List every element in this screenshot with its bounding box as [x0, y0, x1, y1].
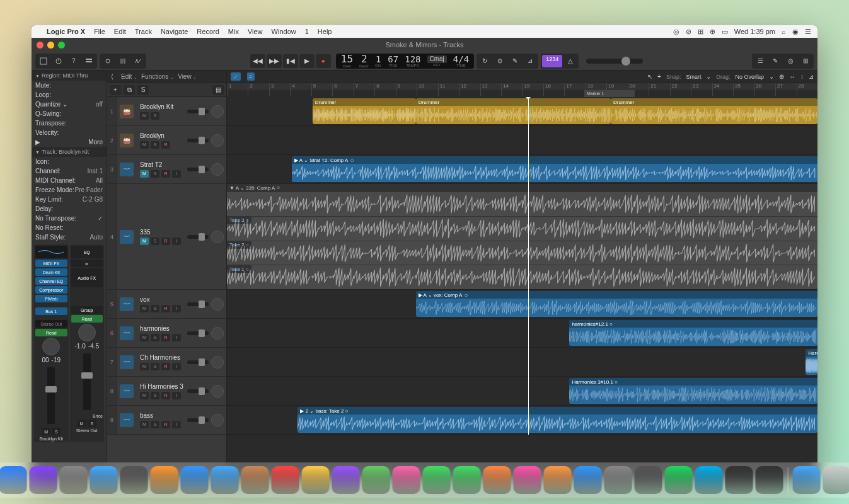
battery-icon[interactable]: ▭ [722, 28, 728, 36]
lcd-tick[interactable]: 67 [388, 55, 398, 64]
duplicate-track-button[interactable]: ⧉ [124, 85, 135, 95]
region[interactable]: harmonies#12.1 ○ [569, 320, 817, 346]
take-header[interactable]: Take 2 ○ [227, 241, 251, 249]
inspector-row[interactable]: Quantize ⌄off [32, 100, 107, 109]
track-pan-knob[interactable] [211, 414, 224, 427]
track-m-button[interactable]: M [140, 305, 149, 312]
track-header[interactable]: 1 🥁 Brooklyn Kit MS [107, 97, 226, 126]
fx-slot[interactable]: Channel EQ [35, 277, 67, 285]
inspector-row[interactable]: Loop: [32, 90, 107, 100]
track-pan-knob[interactable] [211, 356, 224, 369]
track-pan-knob[interactable] [211, 134, 224, 147]
lcd-tempo[interactable]: 128 [405, 55, 420, 64]
dock-app-ibooks[interactable] [543, 466, 571, 494]
track-header[interactable]: 2 🥁 Brooklyn MSR [107, 126, 226, 155]
track-icon[interactable]: 🥁 [120, 105, 134, 118]
menu-window[interactable]: Window [272, 28, 296, 35]
track-m-button[interactable]: M [140, 334, 149, 341]
dock-app-photos[interactable] [392, 466, 420, 494]
dock-app-messages[interactable] [422, 466, 450, 494]
volume-fader[interactable] [83, 353, 91, 410]
fx-slot[interactable]: Compressor [35, 286, 67, 294]
dock-app-reminders[interactable] [332, 466, 359, 494]
menu-file[interactable]: File [94, 28, 105, 35]
inspector-row[interactable]: Delay: [32, 204, 107, 214]
play-button[interactable]: ▶ [299, 54, 315, 68]
metronome-button[interactable]: △ [563, 55, 577, 67]
fx-slot[interactable]: PlVerb [35, 295, 67, 302]
track-pan-knob[interactable] [211, 298, 224, 311]
dock-app-safari[interactable] [180, 466, 208, 494]
quickhelp-button[interactable]: ? [67, 55, 81, 67]
track-icon[interactable]: 〰 [120, 384, 134, 398]
arrange-lane[interactable]: ▶ 2 ⌄ bass: Take 2 ○ [227, 406, 817, 435]
region[interactable]: ▶ 2 ⌄ bass: Take 2 ○ [297, 407, 817, 433]
app-menu[interactable]: Logic Pro X [47, 28, 85, 35]
status-icon[interactable]: ◎ [673, 28, 679, 36]
track-volume-slider[interactable] [187, 168, 209, 171]
add-track-button[interactable]: + [110, 85, 121, 95]
menu-view[interactable]: View [248, 28, 263, 35]
dock-app-mail[interactable] [211, 466, 238, 494]
track-s-button[interactable]: S [151, 112, 159, 120]
arrange-lane[interactable]: Harm [227, 348, 817, 377]
track-inspector-header[interactable]: Track: Brooklyn Kit [32, 147, 107, 157]
track-s-button[interactable]: S [151, 305, 159, 312]
rewind-button[interactable]: ◀◀ [250, 54, 265, 68]
track-pan-knob[interactable] [211, 327, 224, 340]
stop-button[interactable]: ▮◀ [283, 54, 298, 68]
track-s-button[interactable]: S [151, 141, 159, 149]
tracks-view-menu[interactable]: View ⌄ [178, 73, 197, 80]
track-icon[interactable]: 〰 [120, 230, 134, 244]
track-volume-slider[interactable] [187, 235, 209, 239]
track-r-button[interactable]: R [161, 305, 170, 312]
track-volume-slider[interactable] [187, 302, 209, 306]
automation-icon[interactable]: ⟋ [231, 72, 241, 81]
automation-mode[interactable]: Read [71, 315, 103, 323]
send-slot[interactable]: Bus 1 [35, 307, 67, 315]
track-pan-knob[interactable] [211, 163, 224, 176]
track-s-button[interactable]: S [151, 363, 159, 370]
solo-button[interactable]: S [88, 420, 96, 427]
region[interactable]: Harmonies 3#10.1 ○ [569, 378, 817, 404]
dock-app-maps[interactable] [362, 466, 390, 494]
take-folder[interactable]: ▼ A ⌄ 335: Comp A ○ Take 3 ○Take 2 ○Take… [227, 184, 817, 289]
track-s-button[interactable]: S [151, 392, 159, 399]
bounce-button[interactable]: Bnce [93, 414, 103, 418]
tracks-edit-menu[interactable]: Edit ⌄ [121, 73, 137, 80]
dock-app-calendar[interactable] [271, 466, 299, 494]
lcd-div[interactable]: 1 [376, 55, 381, 64]
arrange-lane[interactable]: ▶ A ⌄ Strat T2: Comp A ○ [227, 155, 817, 184]
menu-track[interactable]: Track [135, 28, 152, 35]
track-icon[interactable]: 〰 [120, 297, 134, 311]
track-volume-slider[interactable] [187, 331, 209, 335]
vzoom-icon[interactable]: ↕ [800, 73, 804, 80]
dock-app-mix1[interactable] [725, 466, 753, 494]
track-header[interactable]: 5 〰 vox MSRI [107, 290, 226, 319]
instrument-slot[interactable]: Drum Kit [35, 268, 67, 276]
playhead[interactable] [528, 97, 529, 435]
track-r-button[interactable]: R [161, 392, 170, 399]
pointer-tool[interactable]: ↖ [647, 73, 652, 80]
track-volume-slider[interactable] [187, 389, 209, 393]
status-icon[interactable]: ⊘ [686, 28, 691, 36]
automation-mode[interactable]: Read [35, 329, 67, 336]
editors-button[interactable] [131, 55, 145, 67]
dock-app-itunes[interactable] [513, 466, 541, 494]
mute-button[interactable]: M [42, 428, 50, 435]
track-i-button[interactable]: I [172, 170, 181, 178]
track-volume-slider[interactable] [187, 360, 209, 364]
dock-app-quicktime[interactable] [634, 466, 662, 494]
arrange-lane[interactable]: Harmonies 3#10.1 ○ [227, 377, 817, 406]
inspector-row[interactable]: Transpose: [32, 118, 107, 128]
mute-button[interactable]: M [78, 420, 86, 427]
take-header[interactable]: Take 3 ○ [227, 217, 251, 224]
dock-app-launchpad[interactable] [59, 466, 87, 494]
midifx-slot[interactable]: MIDI FX [35, 260, 67, 267]
track-m-button[interactable]: M [140, 112, 149, 120]
eq-slot[interactable]: EQ [71, 246, 103, 258]
inspector-row[interactable]: Channel:Inst 1 [32, 166, 107, 176]
track-i-button[interactable]: I [172, 363, 181, 370]
wifi-icon[interactable]: ⊕ [710, 28, 715, 36]
track-icon[interactable]: 〰 [120, 163, 134, 176]
